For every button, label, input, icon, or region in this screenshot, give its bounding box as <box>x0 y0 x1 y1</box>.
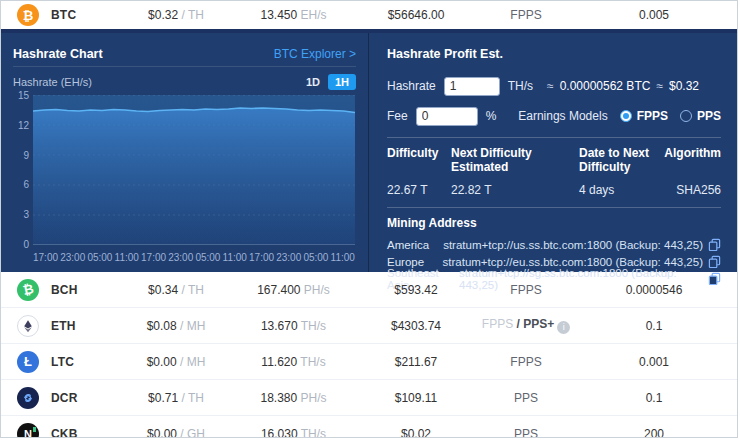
radio-unselected-icon <box>680 110 692 122</box>
eth-icon <box>17 315 39 337</box>
btc-explorer-link[interactable]: BTC Explorer > <box>274 47 356 61</box>
coin-price: $109.11 <box>351 391 481 405</box>
earnings-model: PPS <box>481 427 571 439</box>
mining-address-title: Mining Address <box>387 216 721 236</box>
pool-hashrate: 13.670 TH/s <box>236 319 351 333</box>
range-1d-button[interactable]: 1D <box>306 76 320 88</box>
info-icon[interactable]: i <box>557 321 570 334</box>
bch-icon: ₿ <box>17 279 39 301</box>
profit-panel-header: Hashrate Profit Est. <box>387 41 721 67</box>
chart-legend-row: Hashrate (EH/s) 1D 1H <box>13 73 356 91</box>
earnings-model: FPPS / PPS+i <box>481 317 571 334</box>
hashrate-area-chart[interactable] <box>33 95 355 245</box>
coin-price: $56646.00 <box>351 8 481 22</box>
pool-hashrate: 11.620 TH/s <box>236 355 351 369</box>
earnings-model-group: Earnings Models FPPS PPS <box>518 109 721 123</box>
profit-title: Hashrate Profit Est. <box>387 47 503 61</box>
earnings-model: FPPS <box>481 8 571 22</box>
ltc-icon: Ł <box>17 351 39 373</box>
earnings-model: FPPS <box>481 355 571 369</box>
price-per-hash: $0.71 / TH <box>116 391 236 405</box>
btc-estimate: 0.00000562 BTC <box>560 79 651 93</box>
coin-price: $4303.74 <box>351 319 481 333</box>
coin-name: DCR <box>51 391 78 405</box>
coin-name: LTC <box>51 355 74 369</box>
chart-x-axis: 17:00 23:00 05:00 11:00 17:00 23:00 05:0… <box>33 252 355 263</box>
fee-calc-row: Fee % Earnings Models FPPS PPS <box>387 105 721 127</box>
radio-selected-icon <box>620 110 632 122</box>
hashrate-label: Hashrate <box>387 79 436 93</box>
price-per-hash: $0.00 / GH <box>116 427 236 439</box>
copy-icon[interactable] <box>708 238 721 251</box>
coin-name: ETH <box>51 319 76 333</box>
btc-detail-panel: Hashrate Chart BTC Explorer > Hashrate (… <box>1 29 737 272</box>
radio-pps[interactable]: PPS <box>680 109 721 123</box>
divider <box>387 207 721 208</box>
btc-icon: ₿ <box>17 4 39 26</box>
coin-name: CKB <box>51 427 78 439</box>
difficulty-value: 22.67 T <box>387 183 451 197</box>
coin-cell: ₿ BCH <box>1 279 116 301</box>
coin-row-ltc[interactable]: Ł LTC $0.00 / MH 11.620 TH/s $211.67 FPP… <box>1 344 737 380</box>
algorithm-value: SHA256 <box>649 183 721 197</box>
price-per-hash: $0.00 / MH <box>116 355 236 369</box>
coin-price: $0.02 <box>351 427 481 439</box>
ckb-icon: N <box>17 423 39 439</box>
pool-hashrate: 18.380 PH/s <box>236 391 351 405</box>
coin-cell: ETH <box>1 315 116 337</box>
region-label: America <box>387 239 429 251</box>
divider <box>387 137 721 138</box>
range-1h-button[interactable]: 1H <box>328 74 356 90</box>
earnings-model: PPS <box>481 391 571 405</box>
coin-cell: N CKB <box>1 423 116 439</box>
payout-threshold: 0.1 <box>571 319 737 333</box>
coin-price: $211.67 <box>351 355 481 369</box>
date-to-next-difficulty: 4 days <box>579 183 649 197</box>
coin-price: $593.42 <box>351 283 481 297</box>
coin-row-eth[interactable]: ETH $0.08 / MH 13.670 TH/s $4303.74 FPPS… <box>1 308 737 344</box>
price-per-hash: $0.08 / MH <box>116 319 236 333</box>
hashrate-calc-row: Hashrate TH/s ≈ 0.00000562 BTC ≈ $0.32 <box>387 75 721 97</box>
price-per-hash: $0.34 / TH <box>116 283 236 297</box>
price-per-hash: $0.32 / TH <box>116 8 236 22</box>
fee-unit: % <box>486 109 497 123</box>
fee-label: Fee <box>387 109 408 123</box>
pool-hashrate: 13.450 EH/s <box>236 8 351 22</box>
pool-hashrate: 167.400 PH/s <box>236 283 351 297</box>
mining-pool-page: ₿ BTC $0.32 / TH 13.450 EH/s $56646.00 F… <box>0 0 738 438</box>
payout-threshold: 0.001 <box>571 355 737 369</box>
difficulty-values: 22.67 T 22.82 T 4 days SHA256 <box>387 183 721 197</box>
chart-y-axis: 15 12 9 6 3 0 <box>13 90 33 250</box>
chart-panel-header: Hashrate Chart BTC Explorer > <box>13 41 356 67</box>
hashrate-input[interactable] <box>444 77 500 96</box>
usd-estimate: $0.32 <box>669 79 699 93</box>
radio-fpps[interactable]: FPPS <box>620 109 668 123</box>
coin-cell: Ł LTC <box>1 351 116 373</box>
coin-row-btc[interactable]: ₿ BTC $0.32 / TH 13.450 EH/s $56646.00 F… <box>1 1 737 29</box>
next-difficulty-value: 22.82 T <box>451 183 579 197</box>
fee-input[interactable] <box>416 107 478 126</box>
hashrate-unit: TH/s <box>508 79 533 93</box>
payout-threshold: 0.0000546 <box>571 283 737 297</box>
coin-name: BCH <box>51 283 78 297</box>
range-toggle: 1D 1H <box>306 74 356 90</box>
mining-address-row: America stratum+tcp://us.ss.btc.com:1800… <box>387 236 721 253</box>
coin-cell: DCR <box>1 387 116 409</box>
earnings-models-label: Earnings Models <box>518 109 607 123</box>
payout-threshold: 0.1 <box>571 391 737 405</box>
hashrate-chart-panel: Hashrate Chart BTC Explorer > Hashrate (… <box>1 33 369 272</box>
payout-threshold: 0.005 <box>571 8 737 22</box>
coin-name: BTC <box>51 8 76 22</box>
difficulty-headers: Difficulty Next Difficulty Estimated Dat… <box>387 146 721 174</box>
coin-row-dcr[interactable]: DCR $0.71 / TH 18.380 PH/s $109.11 PPS 0… <box>1 380 737 416</box>
coin-cell: ₿ BTC <box>1 4 116 26</box>
copy-icon[interactable] <box>708 255 721 268</box>
chart-title: Hashrate Chart <box>13 47 103 61</box>
earnings-model: FPPS <box>481 283 571 297</box>
dcr-icon <box>17 387 39 409</box>
profit-panel: Hashrate Profit Est. Hashrate TH/s ≈ 0.0… <box>369 33 737 272</box>
chart-legend: Hashrate (EH/s) <box>13 76 92 88</box>
coin-row-ckb[interactable]: N CKB $0.00 / GH 16.030 TH/s $0.02 PPS 2… <box>1 416 737 438</box>
chart-area: 15 12 9 6 3 0 <box>13 95 356 250</box>
pool-hashrate: 16.030 TH/s <box>236 427 351 439</box>
